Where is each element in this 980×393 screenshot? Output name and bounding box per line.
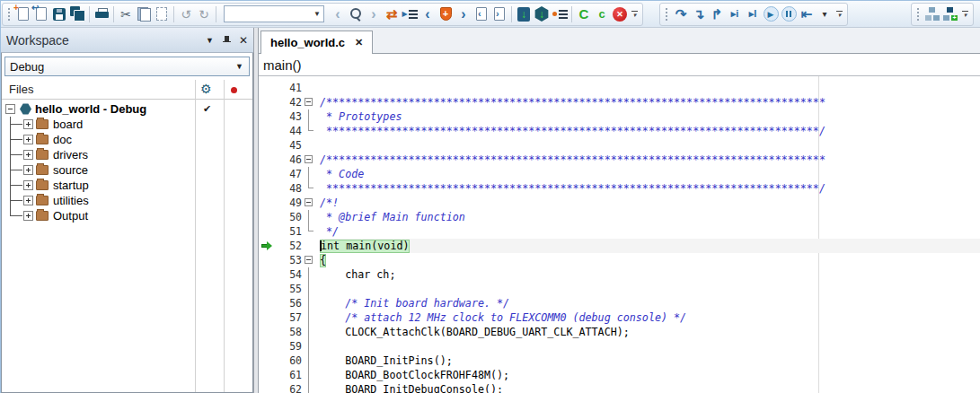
- breakpoint-gutter[interactable]: [259, 81, 277, 95]
- open-file-icon[interactable]: ↩: [32, 4, 50, 24]
- code-line-61[interactable]: 61 BOARD_BootClockFROHF48M();: [259, 368, 980, 382]
- stack-view-icon[interactable]: [923, 4, 941, 24]
- fold-margin[interactable]: [302, 239, 320, 253]
- fold-margin[interactable]: [302, 267, 320, 282]
- quick-search-combobox[interactable]: ▼: [224, 5, 324, 22]
- find-previous-icon[interactable]: ‹: [329, 4, 347, 24]
- code-line-46[interactable]: 46/*************************************…: [259, 153, 980, 167]
- next-statement-icon[interactable]: ▸i: [726, 4, 744, 24]
- new-file-icon[interactable]: +: [14, 4, 32, 24]
- code-line-62[interactable]: 62 BOARD_InitDebugConsole();: [259, 382, 980, 393]
- collapse-icon[interactable]: [5, 104, 15, 114]
- fold-margin[interactable]: [302, 153, 320, 167]
- tree-item-startup[interactable]: startup: [2, 178, 252, 193]
- code-editor[interactable]: 4142/***********************************…: [259, 76, 980, 393]
- fold-collapse-icon[interactable]: [305, 256, 313, 264]
- tree-item-doc[interactable]: doc: [2, 132, 252, 147]
- fold-margin[interactable]: [302, 95, 320, 109]
- tree-item-drivers[interactable]: drivers: [2, 147, 252, 162]
- expand-icon[interactable]: [23, 165, 33, 175]
- fold-margin[interactable]: [302, 124, 320, 138]
- code-line-56[interactable]: 56 /* Init board hardware. */: [259, 296, 980, 310]
- tab-hello-world-c[interactable]: hello_world.c ✕: [260, 31, 373, 54]
- breakpoint-gutter[interactable]: [259, 167, 277, 181]
- fold-margin[interactable]: [302, 210, 320, 224]
- breakpoint-gutter[interactable]: [259, 95, 277, 109]
- cut-icon[interactable]: ✂: [117, 4, 135, 24]
- fold-margin[interactable]: [302, 109, 320, 124]
- expand-icon[interactable]: [23, 135, 33, 144]
- navigate-swap-icon[interactable]: ⇄: [383, 4, 401, 24]
- stop-debugging-icon[interactable]: ✕: [611, 4, 629, 24]
- fold-margin[interactable]: [302, 81, 320, 95]
- fold-margin[interactable]: [302, 196, 320, 210]
- go-to-function-icon[interactable]: ▶: [401, 4, 419, 24]
- previous-location-icon[interactable]: ‹: [472, 4, 490, 24]
- reset-icon[interactable]: ⇤: [798, 4, 816, 24]
- code-line-51[interactable]: 51 */: [259, 224, 980, 239]
- code-line-45[interactable]: 45: [259, 138, 980, 153]
- breakpoint-gutter[interactable]: [259, 124, 277, 138]
- expand-icon[interactable]: [23, 150, 33, 160]
- breakpoint-gutter[interactable]: [259, 382, 277, 393]
- expand-icon[interactable]: [23, 119, 33, 129]
- breakpoint-gutter[interactable]: [259, 267, 277, 282]
- undo-icon[interactable]: ↺: [177, 4, 195, 24]
- fold-margin[interactable]: [302, 138, 320, 153]
- fold-margin[interactable]: [302, 167, 320, 181]
- find-next-icon[interactable]: ›: [365, 4, 383, 24]
- code-line-52[interactable]: 52int main(void): [259, 239, 980, 253]
- code-line-49[interactable]: 49/*!: [259, 196, 980, 210]
- expand-icon[interactable]: [23, 211, 33, 221]
- window-menu-icon[interactable]: ▼: [206, 36, 214, 45]
- code-line-54[interactable]: 54 char ch;: [259, 267, 980, 282]
- breakpoint-gutter[interactable]: [259, 368, 277, 382]
- toolbar-overflow-icon[interactable]: ▾: [629, 5, 640, 23]
- step-over-icon[interactable]: ↷: [672, 4, 690, 24]
- code-line-55[interactable]: 55: [259, 282, 980, 296]
- code-line-41[interactable]: 41: [259, 81, 980, 95]
- copy-icon[interactable]: [135, 4, 153, 24]
- breakpoint-gutter[interactable]: [259, 138, 277, 153]
- breakpoint-gutter[interactable]: [259, 239, 277, 253]
- fold-margin[interactable]: [302, 181, 320, 196]
- save-all-icon[interactable]: [68, 4, 86, 24]
- step-out-icon[interactable]: ↱: [708, 4, 726, 24]
- breakpoint-gutter[interactable]: [259, 310, 277, 325]
- fold-margin[interactable]: [302, 354, 320, 368]
- restart-debugger-icon[interactable]: C: [575, 4, 593, 24]
- fold-margin[interactable]: [302, 339, 320, 354]
- breakpoint-gutter[interactable]: [259, 253, 277, 267]
- close-icon[interactable]: ✕: [239, 34, 248, 47]
- code-line-42[interactable]: 42/*************************************…: [259, 95, 980, 109]
- code-line-58[interactable]: 58 CLOCK_AttachClk(BOARD_DEBUG_UART_CLK_…: [259, 325, 980, 339]
- previous-bookmark-icon[interactable]: ‹: [419, 4, 437, 24]
- toolbar-overflow-icon[interactable]: ▾: [834, 5, 845, 23]
- debug-dropdown-icon[interactable]: ▾: [816, 4, 834, 24]
- download-and-debug-icon[interactable]: ↓: [515, 4, 533, 24]
- chevron-down-icon[interactable]: ▼: [311, 6, 323, 22]
- tree-item-board[interactable]: board: [2, 117, 252, 132]
- gear-icon[interactable]: ⚙: [200, 82, 212, 96]
- code-line-50[interactable]: 50 * @brief Main function: [259, 210, 980, 224]
- tree-item-output[interactable]: Output: [2, 208, 252, 223]
- code-line-60[interactable]: 60 BOARD_InitPins();: [259, 354, 980, 368]
- print-icon[interactable]: [93, 4, 110, 24]
- fold-margin[interactable]: [302, 224, 320, 239]
- tab-close-icon[interactable]: ✕: [355, 37, 363, 48]
- breakpoint-dot-icon[interactable]: [231, 87, 237, 93]
- breakpoint-gutter[interactable]: [259, 196, 277, 210]
- breakpoint-gutter[interactable]: [259, 181, 277, 196]
- reload-icon[interactable]: c: [593, 4, 611, 24]
- stack-view-add-icon[interactable]: +: [941, 4, 959, 24]
- fold-collapse-icon[interactable]: [305, 198, 313, 206]
- breakpoints-window-icon[interactable]: [551, 4, 569, 24]
- debug-without-downloading-icon[interactable]: ↓: [533, 4, 551, 24]
- code-line-48[interactable]: 48 *************************************…: [259, 181, 980, 196]
- tree-item-utilities[interactable]: utilities: [2, 193, 252, 208]
- breakpoint-gutter[interactable]: [259, 153, 277, 167]
- fold-margin[interactable]: [302, 382, 320, 393]
- redo-icon[interactable]: ↻: [195, 4, 213, 24]
- pin-icon[interactable]: [223, 35, 231, 46]
- run-to-cursor-icon[interactable]: ▸I: [744, 4, 762, 24]
